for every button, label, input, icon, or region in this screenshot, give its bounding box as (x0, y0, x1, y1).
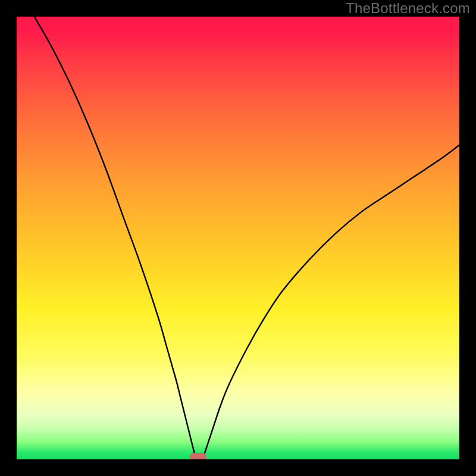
curve-layer (17, 17, 459, 459)
plot-area (17, 17, 459, 459)
bottleneck-curve-left (35, 17, 196, 459)
watermark-text: TheBottleneck.com (346, 0, 470, 17)
bottleneck-marker (190, 453, 206, 459)
bottleneck-curve-right (202, 145, 459, 459)
chart-frame: TheBottleneck.com (0, 0, 476, 476)
